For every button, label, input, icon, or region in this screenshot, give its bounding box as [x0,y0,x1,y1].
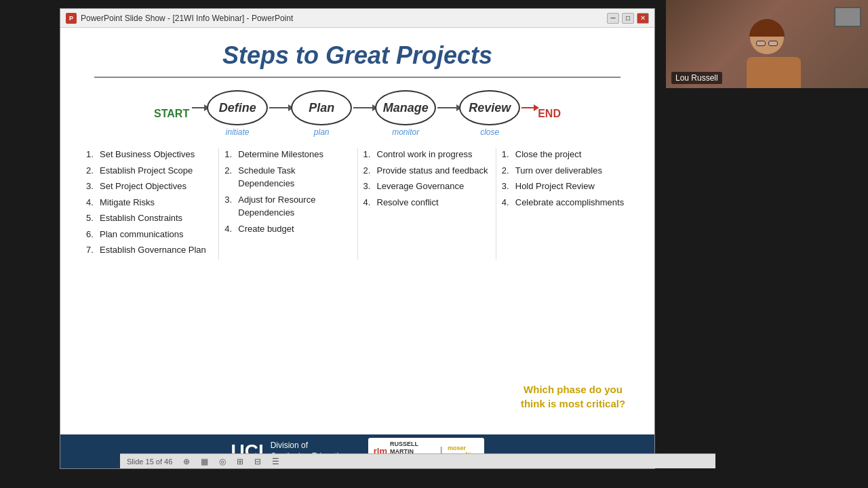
plan-list: 1.Determine Milestones 2.Schedule Task D… [219,148,357,260]
title-bar-controls[interactable]: ─ □ ✕ [607,13,649,24]
review-list: 1.Close the project 2.Turn over delivera… [496,148,634,260]
title-bar-left: P PowerPoint Slide Show - [21WI Info Web… [66,13,293,24]
ppt-icon: P [66,13,77,24]
list-item: 3.Adjust for Resource Dependencies [224,193,351,220]
lists-area: 1.Set Business Objectives 2.Establish Pr… [81,148,634,260]
taskbar-icon-2[interactable]: ▦ [201,457,208,466]
person-hair [749,19,785,37]
manage-list: 1.Control work in progress 2.Provide sta… [358,148,496,260]
slide-area: Steps to Great Projects START Define ini… [60,28,654,434]
list-item: 2.Turn over deliverables [502,164,629,178]
slide-status: Slide 15 of 46 [127,458,172,466]
list-item: 2.Provide status and feedback [363,164,490,178]
list-item: 2.Schedule Task Dependencies [224,164,351,190]
flow-step-plan: Plan plan [291,90,352,137]
list-item: 4.Mitigate Risks [86,196,213,209]
manage-label: monitor [392,127,419,137]
plan-label: plan [314,127,330,137]
manage-items: 1.Control work in progress 2.Provide sta… [363,148,490,209]
question-box: Which phase do you think is most critica… [512,382,634,411]
list-item: 7.Establish Governance Plan [86,243,213,257]
window-title: PowerPoint Slide Show - [21WI Info Webin… [81,14,293,23]
person-body [747,57,801,88]
define-items: 1.Set Business Objectives 2.Establish Pr… [86,148,213,257]
review-ellipse: Review [459,90,520,125]
title-underline [94,77,620,78]
define-list: 1.Set Business Objectives 2.Establish Pr… [81,148,218,260]
list-item: 1.Determine Milestones [224,148,351,161]
question-text: Which phase do you think is most critica… [521,384,625,409]
flow-step-manage: Manage monitor [375,90,436,137]
person-head [750,20,784,54]
participant-name: Lou Russell [671,72,722,84]
list-item: 1.Control work in progress [363,148,490,161]
review-label: close [480,127,499,137]
list-item: 1.Close the project [502,148,629,161]
arrow-2 [353,107,374,108]
start-label: START [154,108,189,120]
taskbar-icon-3[interactable]: ◎ [219,457,226,466]
taskbar-icon-1[interactable]: ⊕ [183,457,190,466]
end-label: END [538,108,561,120]
powerpoint-window: P PowerPoint Slide Show - [21WI Info Web… [60,8,655,469]
video-panel: Lou Russell [666,0,868,88]
plan-ellipse: Plan [291,90,352,125]
list-item: 6.Plan communications [86,228,213,241]
end-arrow-line [521,107,535,108]
list-item: 1.Set Business Objectives [86,148,213,161]
list-item: 3.Set Project Objectives [86,180,213,193]
list-item: 4.Resolve conflict [363,196,490,209]
manage-ellipse: Manage [375,90,436,125]
taskbar: Slide 15 of 46 ⊕ ▦ ◎ ⊞ ⊟ ☰ [120,453,715,468]
list-item: 2.Establish Project Scope [86,164,213,178]
list-item: 4.Celebrate accomplishments [502,196,629,209]
end-arrow [521,107,535,108]
list-item: 4.Create budget [224,222,351,236]
maximize-button[interactable]: □ [622,13,634,24]
list-item: 3.Leverage Governance [363,180,490,193]
flow-step-define: Define initiate [207,90,268,137]
close-button[interactable]: ✕ [637,13,649,24]
flow-diagram: START Define initiate Plan plan [81,90,634,137]
title-bar: P PowerPoint Slide Show - [21WI Info Web… [60,9,654,28]
minimize-button[interactable]: ─ [607,13,619,24]
define-label: initiate [226,127,250,137]
plan-items: 1.Determine Milestones 2.Schedule Task D… [224,148,351,235]
slide-title: Steps to Great Projects [81,41,634,70]
flow-step-review: Review close [459,90,520,137]
review-items: 1.Close the project 2.Turn over delivera… [502,148,629,209]
list-item: 3.Hold Project Review [502,180,629,193]
start-arrow-line [192,107,205,108]
person-silhouette [747,20,787,75]
start-arrow [192,107,205,108]
list-item: 5.Establish Constraints [86,211,213,225]
taskbar-icon-6[interactable]: ☰ [272,457,279,466]
taskbar-icon-4[interactable]: ⊞ [237,457,243,466]
arrow-1 [269,107,290,108]
define-ellipse: Define [207,90,268,125]
taskbar-icon-5[interactable]: ⊟ [254,457,261,466]
arrow-3 [437,107,458,108]
